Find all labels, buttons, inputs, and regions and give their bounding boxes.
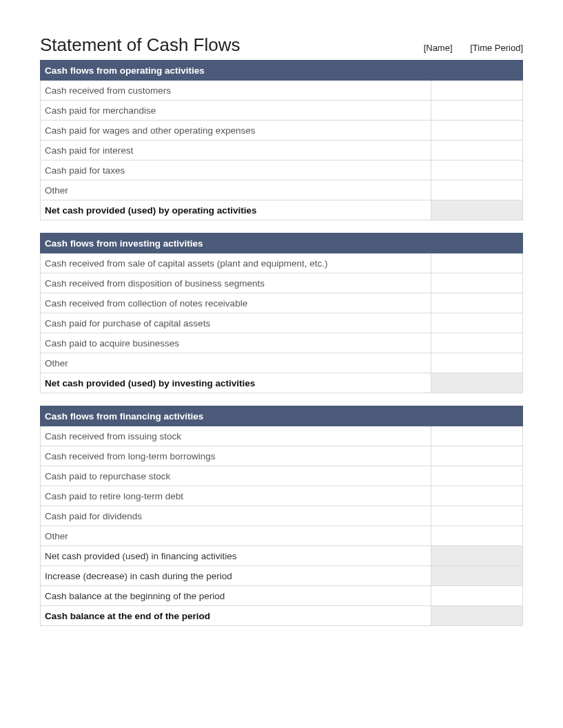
- value-cell: [431, 141, 523, 160]
- line-label: Cash received from long-term borrowings: [41, 446, 431, 466]
- line-label: Cash received from issuing stock: [41, 426, 431, 446]
- subtotal-label: Net cash provided (used) in financing ac…: [41, 546, 431, 566]
- table-row: Cash paid to repurchase stock: [41, 466, 523, 486]
- line-label: Other: [41, 353, 431, 373]
- section-header: Cash flows from financing activities: [41, 406, 523, 426]
- line-label: Cash paid for taxes: [41, 160, 431, 180]
- section-operating: Cash flows from operating activities Cas…: [40, 60, 523, 220]
- table-row: Cash received from collection of notes r…: [41, 293, 523, 313]
- line-label: Cash paid for purchase of capital assets: [41, 313, 431, 333]
- subtotal-label: Cash balance at the beginning of the per…: [41, 586, 431, 606]
- value-cell: [431, 253, 523, 273]
- subtotal-row: Net cash provided (used) by operating ac…: [41, 200, 523, 220]
- value-cell: [431, 101, 523, 121]
- value-cell: [431, 180, 523, 200]
- subtotal-label: Increase (decrease) in cash during the p…: [41, 566, 431, 586]
- section-financing: Cash flows from financing activities Cas…: [40, 406, 523, 626]
- section-investing: Cash flows from investing activities Cas…: [40, 233, 523, 393]
- value-cell: [431, 353, 523, 373]
- table-row: Cash received from disposition of busine…: [41, 273, 523, 293]
- line-label: Cash paid for merchandise: [41, 101, 431, 121]
- table-row: Cash received from sale of capital asset…: [41, 253, 523, 273]
- subtotal-value: [431, 566, 523, 586]
- subtotal-value: [431, 546, 523, 566]
- line-label: Cash paid for dividends: [41, 506, 431, 526]
- subtotal-value: [431, 200, 523, 220]
- value-cell: [431, 466, 523, 486]
- document-header: Statement of Cash Flows [Name] [Time Per…: [40, 34, 523, 56]
- table-row: Cash received from issuing stock: [41, 426, 523, 446]
- table-row: Cash paid for merchandise: [41, 101, 523, 121]
- table-row: Other: [41, 353, 523, 373]
- table-row: Cash paid to retire long-term debt: [41, 486, 523, 506]
- value-cell: [431, 273, 523, 293]
- value-cell: [431, 293, 523, 313]
- line-label: Cash paid to acquire businesses: [41, 333, 431, 353]
- value-cell: [431, 526, 523, 546]
- subtotal-label: Net cash provided (used) by investing ac…: [41, 373, 431, 393]
- total-label: Cash balance at the end of the period: [41, 606, 431, 626]
- header-meta: [Name] [Time Period]: [409, 43, 523, 56]
- value-cell: [431, 313, 523, 333]
- line-label: Cash received from customers: [41, 81, 431, 101]
- subtotal-value: [431, 373, 523, 393]
- line-label: Other: [41, 526, 431, 546]
- total-row: Cash balance at the end of the period: [41, 606, 523, 626]
- subtotal-row: Increase (decrease) in cash during the p…: [41, 566, 523, 586]
- subtotal-row: Net cash provided (used) in financing ac…: [41, 546, 523, 566]
- line-label: Cash paid for interest: [41, 141, 431, 160]
- value-cell: [431, 486, 523, 506]
- line-label: Cash received from disposition of busine…: [41, 273, 431, 293]
- line-label: Cash paid to retire long-term debt: [41, 486, 431, 506]
- page-title: Statement of Cash Flows: [40, 34, 240, 56]
- section-header: Cash flows from operating activities: [41, 61, 523, 81]
- value-cell: [431, 121, 523, 141]
- table-row: Cash paid for wages and other operating …: [41, 121, 523, 141]
- line-label: Cash received from collection of notes r…: [41, 293, 431, 313]
- line-label: Cash received from sale of capital asset…: [41, 253, 431, 273]
- table-row: Cash paid for interest: [41, 141, 523, 160]
- total-value: [431, 606, 523, 626]
- table-row: Other: [41, 526, 523, 546]
- value-cell: [431, 446, 523, 466]
- table-row: Cash paid for dividends: [41, 506, 523, 526]
- value-cell: [431, 81, 523, 101]
- line-label: Cash paid to repurchase stock: [41, 466, 431, 486]
- line-label: Cash paid for wages and other operating …: [41, 121, 431, 141]
- subtotal-row: Cash balance at the beginning of the per…: [41, 586, 523, 606]
- section-header: Cash flows from investing activities: [41, 233, 523, 253]
- value-cell: [431, 160, 523, 180]
- line-label: Other: [41, 180, 431, 200]
- table-row: Cash received from long-term borrowings: [41, 446, 523, 466]
- table-row: Cash paid for purchase of capital assets: [41, 313, 523, 333]
- table-row: Cash received from customers: [41, 81, 523, 101]
- value-cell: [431, 506, 523, 526]
- table-row: Cash paid for taxes: [41, 160, 523, 180]
- time-period-placeholder: [Time Period]: [470, 43, 523, 53]
- subtotal-value: [431, 586, 523, 606]
- value-cell: [431, 426, 523, 446]
- subtotal-row: Net cash provided (used) by investing ac…: [41, 373, 523, 393]
- table-row: Other: [41, 180, 523, 200]
- value-cell: [431, 333, 523, 353]
- name-placeholder: [Name]: [424, 43, 453, 53]
- table-row: Cash paid to acquire businesses: [41, 333, 523, 353]
- subtotal-label: Net cash provided (used) by operating ac…: [41, 200, 431, 220]
